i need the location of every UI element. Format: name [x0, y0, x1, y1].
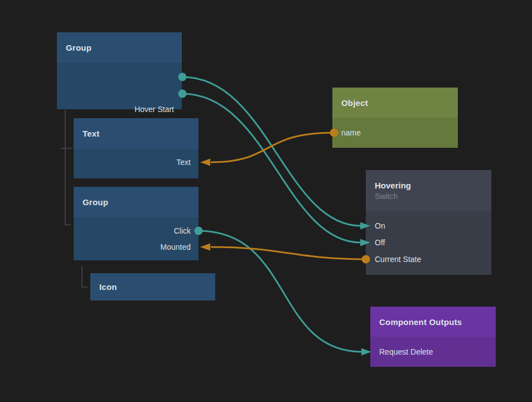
- node-title: Text: [74, 118, 199, 149]
- node-hovering[interactable]: Hovering Switch On Off Current State: [366, 170, 491, 275]
- port-mounted[interactable]: Mounted: [74, 241, 199, 253]
- port-name[interactable]: name: [332, 127, 458, 139]
- node-title: Hovering: [375, 181, 482, 190]
- wire-click-to-request-delete[interactable]: [199, 231, 362, 352]
- node-title: Group: [74, 187, 199, 217]
- input-arrow-mounted-icon[interactable]: [200, 244, 210, 251]
- node-group-top[interactable]: Group Hover Start Hover End: [57, 32, 182, 109]
- port-request-delete[interactable]: Request Delete: [370, 346, 496, 358]
- node-component-outputs[interactable]: Component Outputs Request Delete: [370, 307, 496, 367]
- node-editor-canvas[interactable]: Group Hover Start Hover End Text Text Gr…: [0, 0, 532, 402]
- wire-current-state-to-mounted[interactable]: [211, 247, 366, 259]
- node-title: Icon: [90, 273, 215, 301]
- wire-name-to-text[interactable]: [211, 133, 334, 162]
- node-title: Group: [57, 32, 182, 63]
- tree-line-icon: [82, 267, 88, 287]
- node-header: Hovering Switch: [366, 170, 491, 211]
- port-current-state[interactable]: Current State: [366, 253, 491, 265]
- port-text-input[interactable]: Text: [74, 156, 199, 168]
- node-title: Component Outputs: [370, 307, 496, 337]
- node-icon[interactable]: Icon: [90, 273, 215, 301]
- port-hover-start[interactable]: Hover Start: [57, 103, 182, 115]
- port-on[interactable]: On: [366, 220, 491, 232]
- node-object[interactable]: Object name: [332, 88, 458, 148]
- node-title: Object: [332, 88, 458, 118]
- node-text[interactable]: Text Text: [74, 118, 199, 178]
- input-arrow-text-icon[interactable]: [200, 159, 210, 166]
- node-subtitle: Switch: [375, 192, 482, 201]
- port-click[interactable]: Click: [74, 225, 199, 237]
- port-off[interactable]: Off: [366, 236, 491, 249]
- node-group-inner[interactable]: Group Click Mounted: [74, 187, 199, 260]
